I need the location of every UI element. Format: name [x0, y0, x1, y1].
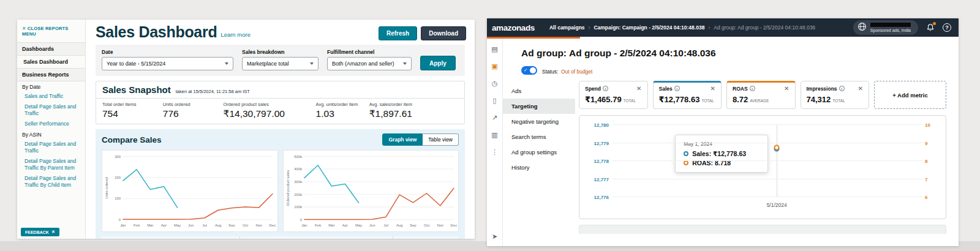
metric-label: Units ordered — [163, 102, 224, 107]
metric-value: ₹14,30,797.00 — [224, 108, 316, 119]
info-icon[interactable]: i — [674, 86, 680, 91]
svg-text:Jul: Jul — [383, 223, 388, 227]
seller-central-window: ✕ CLOSE REPORTS MENU Dashboards Sales Da… — [17, 20, 475, 239]
ad-group-name: Ad group - 2/5/2024 04:10:48.036 — [569, 48, 716, 58]
nav-item-search-terms[interactable]: Search terms — [503, 129, 575, 144]
svg-text:Apr: Apr — [161, 223, 167, 227]
metric-card-roas[interactable]: ROASi✕ 8.72AVERAGE — [726, 81, 796, 109]
tooltip-date: May 1, 2024 — [684, 141, 760, 147]
toggle-knob — [530, 67, 536, 73]
sidebar-group-by-date: By Date — [17, 81, 85, 91]
sidebar-item-detail-page-sales-traffic-asin[interactable]: Detail Page Sales and Traffic — [17, 139, 85, 156]
nav-item-history[interactable]: History — [503, 160, 575, 175]
roas-axis-tick: 9 — [925, 140, 942, 146]
notifications-bell-button[interactable] — [926, 23, 935, 32]
metric-card-sales[interactable]: Salesi✕ ₹12,778.63TOTAL — [653, 81, 722, 109]
svg-text:Jun: Jun — [188, 223, 194, 227]
ads-main-row: Ads Targeting Negative targeting Search … — [503, 81, 959, 246]
remove-metric-icon[interactable]: ✕ — [784, 85, 789, 92]
units-ordered-chart-canvas: 0100200300JanFebMarAprMayJunJulAugSepOct… — [104, 152, 276, 230]
svg-text:Aug: Aug — [215, 223, 222, 227]
table-view-button[interactable]: Table view — [423, 133, 459, 146]
info-icon[interactable]: i — [603, 86, 608, 91]
svg-text:Mar: Mar — [328, 223, 334, 227]
svg-text:Jun: Jun — [369, 223, 375, 227]
feedback-button[interactable]: FEEDBACK✕ — [21, 228, 59, 236]
fulfillment-channel-value: Both (Amazon and seller) — [332, 61, 394, 67]
svg-text:Sep: Sep — [410, 223, 417, 227]
roas-data-point[interactable] — [774, 144, 780, 150]
metric-value: ₹12,778.63 — [659, 95, 700, 104]
info-icon[interactable]: i — [839, 86, 845, 91]
metric-ordered-product-sales: Ordered product sales₹14,30,797.00 — [224, 102, 316, 119]
metric-value: 776 — [163, 108, 224, 119]
region-name: Sponsored ads, India — [870, 28, 911, 32]
more-options-icon[interactable]: ⋮ — [490, 148, 499, 157]
chart-tooltip: May 1, 2024 Sales: ₹12,778.63 ROAS: 8.71… — [675, 135, 768, 173]
ad-group-header: Ad group:Ad group - 2/5/2024 04:10:48.03… — [503, 39, 959, 76]
ad-group-nav: Ads Targeting Negative targeting Search … — [503, 81, 575, 246]
sidebar-item-sales-and-traffic[interactable]: Sales and Traffic — [17, 91, 85, 102]
compare-legend-row: Compare ✓This year so far ✓Last year — [102, 236, 459, 239]
nav-item-ads[interactable]: Ads — [503, 83, 575, 99]
metric-card-impressions[interactable]: Impressionsi✕ 74,312TOTAL — [801, 81, 870, 109]
snapshot-timestamp: taken at 15/5/2024, 11:21:58 am IST — [176, 89, 250, 94]
nav-item-ad-group-settings[interactable]: Ad group settings — [503, 144, 575, 160]
learn-more-link[interactable]: Learn more — [221, 31, 251, 38]
info-icon[interactable]: i — [750, 86, 755, 91]
close-reports-menu-button[interactable]: ✕ CLOSE REPORTS MENU — [17, 20, 85, 42]
breadcrumb-all-campaigns[interactable]: All campaigns — [549, 24, 585, 31]
metric-avg-sales-order-item: Avg. sales/order item₹1,897.61 — [369, 102, 458, 119]
metric-value: 8.72 — [733, 95, 748, 104]
compare-sales-section: Compare Sales Graph view Table view 0100… — [96, 129, 465, 239]
remove-metric-icon[interactable]: ✕ — [710, 85, 715, 92]
history-icon[interactable]: ◷ — [490, 79, 499, 88]
status-toggle[interactable]: ✓ — [521, 66, 537, 75]
chevron-right-icon: › — [708, 24, 710, 31]
sidebar-item-detail-page-parent-item[interactable]: Detail Page Sales and Traffic By Parent … — [17, 156, 85, 173]
nav-item-targeting[interactable]: Targeting — [503, 99, 575, 114]
remove-metric-icon[interactable]: ✕ — [636, 85, 641, 92]
sidebar-item-seller-performance[interactable]: Seller Performance — [17, 119, 85, 129]
account-region-selector[interactable]: Sponsored ads, India — [853, 20, 918, 35]
add-metric-button[interactable]: + Add metric — [874, 81, 946, 109]
help-button[interactable]: ? — [943, 23, 951, 32]
ad-group-icon[interactable]: ▣ — [490, 62, 499, 71]
sidebar-item-sales-dashboard[interactable]: Sales Dashboard — [17, 56, 85, 68]
ads-top-navbar: amazonads All campaigns › Campaign: Camp… — [487, 18, 959, 37]
reports-icon[interactable]: ▯ — [490, 96, 499, 105]
columns-icon[interactable]: ▥ — [490, 130, 499, 140]
svg-text:100: 100 — [115, 197, 121, 200]
fulfillment-channel-select[interactable]: Both (Amazon and seller) — [327, 57, 412, 70]
gridline: 12,7799 — [612, 143, 922, 143]
nav-item-negative-targeting[interactable]: Negative targeting — [503, 114, 575, 129]
ads-plot: May 1, 2024 Sales: ₹12,778.63 ROAS: 8.71… — [612, 124, 922, 197]
status-label: Status: — [542, 69, 558, 75]
sales-axis-tick: 12,780 — [583, 122, 609, 128]
sidebar-group-by-asin: By ASIN — [17, 129, 85, 139]
breadcrumb-campaign[interactable]: Campaign: Campaign - 2/5/2024 04:10:48.0… — [594, 24, 704, 31]
legend-this-year-checkbox[interactable]: ✓This year so far — [239, 236, 393, 239]
download-button[interactable]: Download — [421, 26, 466, 40]
ad-group-title-prefix: Ad group: — [521, 48, 567, 58]
export-icon[interactable]: ↗ — [490, 113, 499, 122]
graph-view-button[interactable]: Graph view — [382, 133, 423, 146]
metric-value: 754 — [102, 108, 163, 119]
apply-button[interactable]: Apply — [420, 56, 456, 70]
feedback-pointer-icon[interactable]: ➤ — [490, 232, 499, 241]
amazon-ads-logo[interactable]: amazonads — [492, 23, 535, 32]
gridline: 12,7777 — [612, 179, 922, 179]
legend-last-year-checkbox[interactable]: ✓Last year — [393, 236, 475, 239]
ordered-product-sales-chart: 0100k200k300k400k500kJanFebMarAprMayJunJ… — [283, 150, 459, 232]
svg-text:Nov: Nov — [255, 223, 262, 227]
refresh-button[interactable]: Refresh — [379, 26, 417, 40]
svg-text:400k: 400k — [294, 167, 302, 171]
metric-card-spend[interactable]: Spendi✕ ₹1,465.79TOTAL — [579, 81, 648, 109]
sales-breakdown-select[interactable]: Marketplace total — [242, 57, 318, 70]
remove-metric-icon[interactable]: ✕ — [858, 85, 863, 92]
sidebar-item-detail-page-child-item[interactable]: Detail Page Sales and Traffic By Child I… — [17, 173, 85, 190]
snapshot-metrics-row: Total order items754 Units ordered776 Or… — [96, 98, 464, 124]
sidebar-item-detail-page-sales-traffic[interactable]: Detail Page Sales and Traffic — [17, 102, 85, 119]
campaigns-icon[interactable]: ▤ — [490, 45, 499, 54]
date-select[interactable]: Year to date - 5/15/2024 — [102, 57, 233, 70]
